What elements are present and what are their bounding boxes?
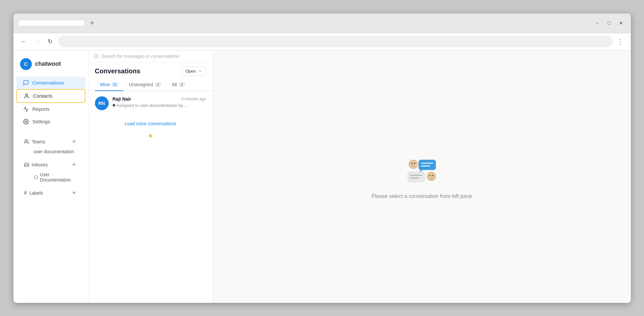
svg-point-0 — [26, 94, 28, 96]
teams-sub-item[interactable]: user documentation — [17, 147, 84, 156]
svg-point-8 — [414, 163, 415, 164]
tab-area: + — [19, 18, 589, 28]
minimize-button[interactable]: − — [593, 18, 602, 28]
address-bar[interactable] — [58, 36, 612, 47]
conversation-time: 4 minutes ago — [181, 97, 206, 101]
inbox-type-icon — [34, 175, 38, 180]
conversations-tabs: Mine 1 Unassigned 1 All 2 — [88, 79, 213, 91]
back-button[interactable]: ← — [19, 36, 29, 47]
main-area: Please select a conversation from left p… — [213, 50, 631, 303]
svg-rect-9 — [419, 160, 436, 170]
sidebar-item-conversations-label: Conversations — [33, 80, 64, 85]
browser-window: + − □ ✕ ← → ↻ ⋮ C chatwoot — [13, 13, 631, 303]
open-status-label: Open — [186, 69, 196, 74]
search-bar[interactable]: Search for messages in conversations — [88, 50, 213, 62]
svg-point-7 — [411, 163, 412, 164]
close-button[interactable]: ✕ — [616, 18, 626, 28]
inboxes-sub-item-label: User Documentation — [40, 172, 77, 182]
tab-mine-label: Mine — [100, 82, 110, 87]
inboxes-label: Inboxes — [32, 162, 48, 167]
reload-button[interactable]: ↻ — [45, 36, 56, 47]
conversation-info: Raji Nair 4 minutes ago Assigned to user… — [113, 96, 206, 108]
empty-state-text: Please select a conversation from left p… — [372, 193, 472, 199]
browser-menu-button[interactable]: ⋮ — [615, 36, 626, 47]
teams-section-header: Teams + — [17, 133, 84, 147]
svg-point-4 — [94, 54, 98, 58]
conversation-contact-name: Raji Nair — [113, 96, 131, 102]
dropdown-chevron-icon — [198, 69, 202, 73]
labels-hash-icon: # — [24, 190, 27, 196]
empty-state-illustration — [402, 154, 442, 187]
nav-bar: ← → ↻ ⋮ — [13, 33, 631, 50]
teams-add-button[interactable]: + — [71, 138, 78, 145]
sidebar-item-settings-label: Settings — [33, 119, 50, 124]
labels-section-label: # Labels — [24, 190, 43, 196]
sidebar-item-contacts[interactable]: Contacts — [16, 89, 85, 103]
browser-tab[interactable] — [19, 20, 84, 26]
logo-text: chatwoot — [35, 61, 61, 67]
conversation-name-row: Raji Nair 4 minutes ago — [113, 96, 206, 102]
svg-point-14 — [432, 175, 433, 176]
teams-icon — [24, 139, 29, 144]
svg-point-2 — [25, 140, 27, 141]
new-tab-button[interactable]: + — [87, 18, 98, 28]
svg-point-6 — [409, 160, 418, 169]
tab-unassigned-label: Unassigned — [129, 82, 153, 87]
teams-section-label: Teams — [24, 139, 45, 144]
labels-label: Labels — [29, 190, 43, 196]
contacts-icon — [23, 93, 30, 99]
app-content: C chatwoot Conversations Co — [13, 50, 631, 303]
sidebar-item-conversations[interactable]: Conversations — [16, 77, 85, 89]
search-placeholder: Search for messages in conversations — [101, 54, 179, 59]
labels-add-button[interactable]: + — [71, 190, 78, 196]
inboxes-section-header: Inboxes + — [17, 156, 84, 170]
conversations-panel: Search for messages in conversations Con… — [88, 50, 213, 303]
search-icon — [94, 54, 99, 59]
svg-point-3 — [34, 175, 37, 179]
settings-icon — [23, 119, 29, 125]
teams-label: Teams — [32, 139, 45, 144]
open-status-dropdown[interactable]: Open — [181, 66, 206, 76]
inboxes-section-label: Inboxes — [24, 162, 48, 167]
svg-line-5 — [97, 57, 98, 58]
empty-illustration — [402, 154, 442, 187]
tab-unassigned[interactable]: Unassigned 1 — [123, 79, 167, 91]
logo-icon: C — [20, 58, 32, 70]
sidebar-item-contacts-label: Contacts — [33, 93, 53, 99]
tab-all-label: All — [172, 82, 177, 87]
sidebar-item-reports-label: Reports — [33, 106, 50, 112]
sidebar-item-reports[interactable]: Reports — [16, 103, 85, 115]
tab-mine[interactable]: Mine 1 — [95, 79, 123, 91]
inboxes-icon — [24, 162, 29, 167]
inboxes-sub-item[interactable]: User Documentation — [17, 170, 84, 184]
maximize-button[interactable]: □ — [605, 18, 614, 28]
inboxes-add-button[interactable]: + — [71, 161, 78, 168]
conversations-icon — [23, 80, 29, 86]
sidebar-item-settings[interactable]: Settings — [16, 115, 85, 128]
window-controls: − □ ✕ — [593, 18, 626, 28]
forward-button[interactable]: → — [32, 36, 42, 47]
conversations-panel-title: Conversations — [95, 67, 141, 75]
conversations-title-row: Conversations Open — [88, 62, 213, 79]
conversation-preview-text: Assigned to user documentation by ... — [117, 103, 188, 108]
conversation-preview: Assigned to user documentation by ... — [113, 103, 206, 108]
sidebar: C chatwoot Conversations Co — [13, 50, 88, 303]
tab-all[interactable]: All 2 — [167, 79, 190, 91]
load-more-button[interactable]: Load more conversations — [88, 116, 213, 132]
svg-point-12 — [427, 172, 436, 181]
tab-unassigned-badge: 1 — [155, 82, 161, 87]
labels-section-header: # Labels + — [17, 184, 84, 198]
tab-all-badge: 2 — [179, 82, 185, 87]
title-bar: + − □ ✕ — [13, 13, 631, 33]
svg-point-1 — [25, 121, 27, 122]
reports-icon — [23, 106, 29, 112]
conversation-item[interactable]: RN Raji Nair 4 minutes ago Assigned to u… — [88, 91, 213, 116]
svg-point-13 — [429, 175, 431, 176]
tab-mine-badge: 1 — [112, 82, 118, 87]
conversation-status-dot — [113, 104, 115, 107]
avatar: RN — [95, 96, 109, 110]
status-dot — [149, 134, 152, 137]
logo-area: C chatwoot — [13, 56, 88, 77]
svg-rect-15 — [408, 172, 425, 182]
